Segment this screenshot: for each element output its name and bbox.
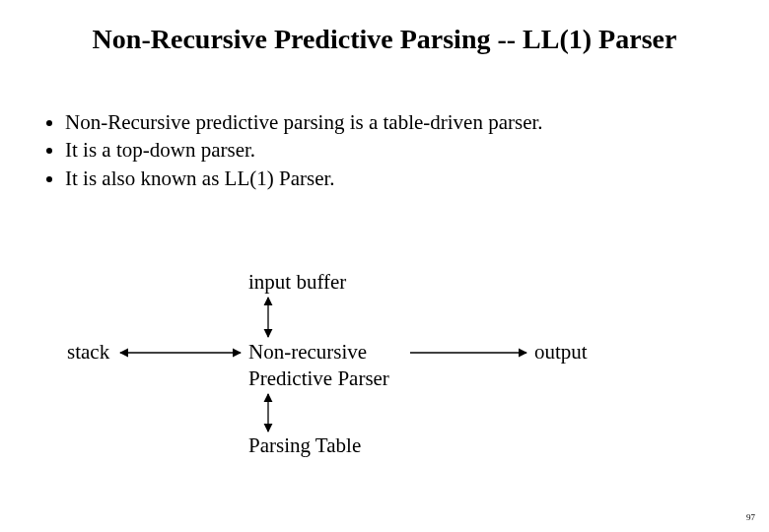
diagram-connectors	[0, 0, 769, 532]
slide: Non-Recursive Predictive Parsing -- LL(1…	[0, 0, 769, 532]
page-number: 97	[746, 512, 755, 522]
